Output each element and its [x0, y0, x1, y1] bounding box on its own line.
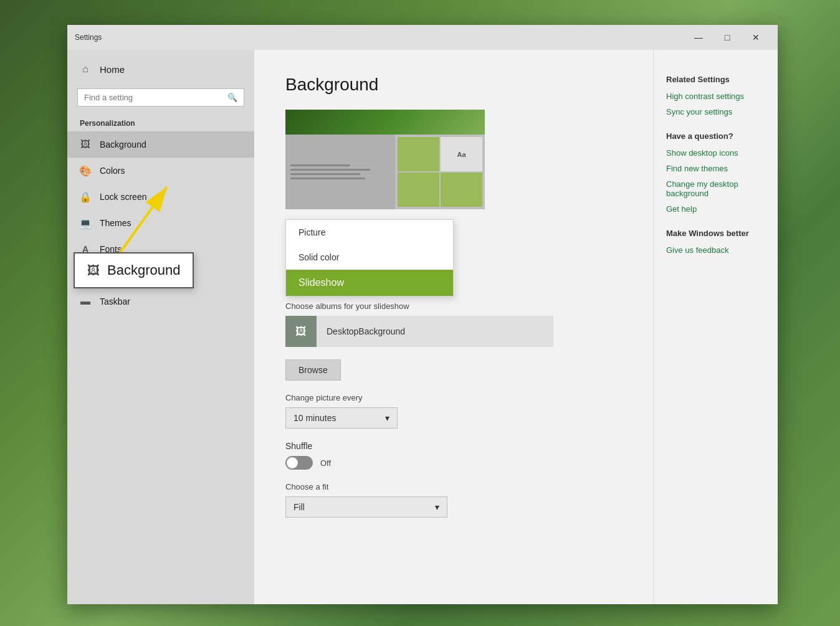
preview-tile-aa: Aa	[441, 137, 482, 171]
preview-tile-3	[398, 173, 439, 207]
change-every-value: 10 minutes	[294, 413, 336, 423]
annotation-text: Background	[107, 262, 180, 278]
bg-type-section: Picture Solid color Slideshow	[285, 219, 622, 296]
preview-sidebar-overlay	[285, 135, 395, 209]
window-title: Settings	[75, 33, 684, 42]
fit-label: Choose a fit	[285, 482, 622, 491]
title-bar: Settings — □ ✕	[67, 25, 778, 50]
give-feedback-link[interactable]: Give us feedback	[666, 245, 765, 255]
get-help-link[interactable]: Get help	[666, 204, 765, 214]
sidebar-item-themes-label: Themes	[100, 218, 131, 228]
change-every-label: Change picture every	[285, 393, 622, 402]
close-button[interactable]: ✕	[742, 27, 770, 47]
preview-content-area: Aa	[395, 135, 485, 209]
sidebar: ⌂ Home 🔍 Personalization 🖼 Background 🎨 …	[67, 50, 254, 604]
page-title: Background	[285, 75, 622, 95]
maximize-button[interactable]: □	[713, 27, 742, 47]
background-preview: Aa	[285, 110, 485, 209]
sync-settings-link[interactable]: Sync your settings	[666, 107, 765, 116]
annotation-box: 🖼 Background	[74, 252, 194, 288]
preview-tile-4	[441, 173, 482, 207]
themes-nav-icon: 💻	[80, 217, 91, 229]
preview-line-1	[290, 164, 350, 166]
fit-dropdown[interactable]: Fill ▾	[285, 496, 447, 518]
window-main-row: Background Aa	[254, 50, 778, 604]
make-windows-better-section: Make Windows better Give us feedback	[666, 229, 765, 255]
search-input[interactable]	[84, 93, 227, 102]
dropdown-picture[interactable]: Picture	[286, 220, 453, 245]
title-bar-controls: — □ ✕	[684, 27, 770, 47]
sidebar-item-taskbar[interactable]: ▬ Taskbar	[67, 288, 254, 315]
fit-section: Choose a fit Fill ▾	[285, 482, 622, 518]
toggle-state-label: Off	[320, 458, 331, 468]
taskbar-nav-icon: ▬	[80, 296, 91, 307]
sidebar-item-lock-screen[interactable]: 🔒 Lock screen	[67, 184, 254, 210]
show-desktop-icons-link[interactable]: Show desktop icons	[666, 148, 765, 158]
main-content: Background Aa	[254, 50, 653, 604]
chevron-down-icon: ▾	[385, 413, 389, 423]
related-settings-title: Related Settings	[666, 75, 765, 84]
search-icon[interactable]: 🔍	[227, 93, 237, 102]
sidebar-section-label: Personalization	[67, 111, 254, 131]
colors-nav-icon: 🎨	[80, 165, 91, 176]
annotation-bg-icon: 🖼	[87, 263, 100, 278]
albums-row: 🖼 DesktopBackground	[285, 316, 553, 347]
home-icon: ⌂	[80, 64, 91, 75]
have-question-section: Have a question? Show desktop icons Find…	[666, 131, 765, 214]
minimize-button[interactable]: —	[684, 27, 713, 47]
change-every-section: Change picture every 10 minutes ▾	[285, 393, 622, 429]
preview-tile-1	[398, 137, 439, 171]
album-icon: 🖼	[285, 316, 317, 347]
change-desktop-bg-link[interactable]: Change my desktop background	[666, 179, 765, 198]
lock-screen-nav-icon: 🔒	[80, 191, 91, 202]
sidebar-item-colors-label: Colors	[100, 166, 125, 176]
sidebar-item-background[interactable]: 🖼 Background	[67, 131, 254, 158]
toggle-row: Off	[285, 456, 622, 470]
browse-button[interactable]: Browse	[285, 359, 341, 381]
change-every-dropdown[interactable]: 10 minutes ▾	[285, 407, 398, 429]
make-windows-better-title: Make Windows better	[666, 229, 765, 238]
albums-label: Choose albums for your slideshow	[285, 301, 622, 311]
shuffle-label: Shuffle	[285, 441, 622, 451]
background-nav-icon: 🖼	[80, 139, 91, 150]
background-type-dropdown[interactable]: Picture Solid color Slideshow	[285, 219, 454, 296]
shuffle-section: Shuffle Off	[285, 441, 622, 470]
preview-line-4	[290, 178, 365, 179]
fit-chevron-icon: ▾	[435, 502, 439, 512]
find-new-themes-link[interactable]: Find new themes	[666, 164, 765, 173]
sidebar-item-taskbar-label: Taskbar	[100, 296, 130, 306]
dropdown-solid-color[interactable]: Solid color	[286, 245, 453, 270]
sidebar-item-lock-screen-label: Lock screen	[100, 192, 146, 202]
right-panel: Related Settings High contrast settings …	[653, 50, 778, 604]
sidebar-item-home[interactable]: ⌂ Home	[67, 55, 254, 83]
sidebar-item-background-label: Background	[100, 140, 146, 149]
album-name: DesktopBackground	[317, 326, 415, 336]
dropdown-slideshow[interactable]: Slideshow	[286, 270, 453, 296]
sidebar-item-colors[interactable]: 🎨 Colors	[67, 158, 254, 184]
albums-section: Choose albums for your slideshow 🖼 Deskt…	[285, 301, 622, 347]
search-box[interactable]: 🔍	[77, 88, 244, 107]
high-contrast-link[interactable]: High contrast settings	[666, 92, 765, 101]
home-label: Home	[100, 64, 125, 75]
shuffle-toggle[interactable]	[285, 456, 313, 470]
have-question-title: Have a question?	[666, 131, 765, 141]
window-body: ⌂ Home 🔍 Personalization 🖼 Background 🎨 …	[67, 50, 778, 604]
settings-window: Settings — □ ✕ ⌂ Home 🔍 Personalization …	[67, 25, 778, 604]
preview-line-3	[290, 173, 360, 175]
sidebar-item-themes[interactable]: 💻 Themes	[67, 210, 254, 236]
toggle-knob	[287, 457, 298, 468]
fit-value: Fill	[294, 502, 305, 512]
preview-line-2	[290, 169, 370, 171]
